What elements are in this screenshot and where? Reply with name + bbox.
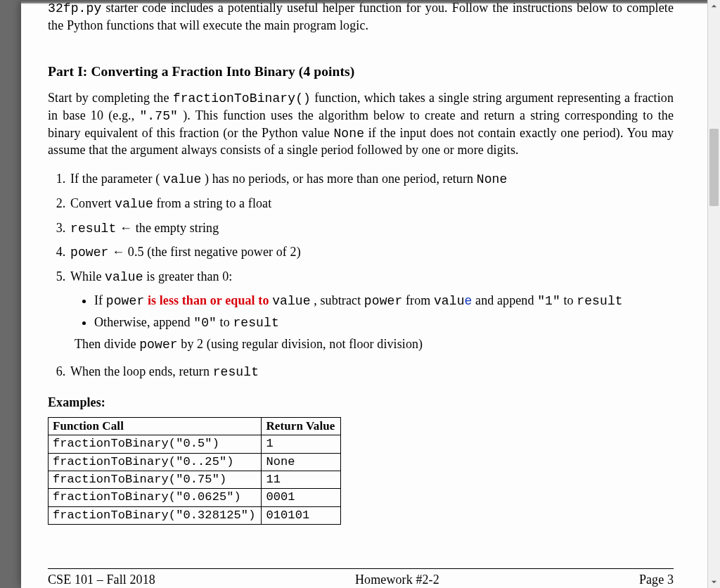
step-2: Convert value from a string to a float (69, 192, 674, 217)
step-1: If the parameter ( value ) has no period… (69, 167, 674, 192)
step-5b: Otherwise, append "0" to result (94, 312, 674, 334)
scroll-up-button[interactable] (708, 0, 720, 12)
page-footer: CSE 101 – Fall 2018 Homework #2-2 Page 3 (48, 572, 674, 588)
col-function-call: Function Call (49, 417, 262, 435)
examples-header-row: Function Call Return Value (49, 417, 341, 435)
examples-heading: Examples: (48, 395, 674, 411)
part1-description: Start by completing the fractionToBinary… (48, 90, 674, 159)
step-5-sublist: If power is less than or equal to value … (70, 290, 674, 334)
scroll-down-button[interactable] (708, 576, 720, 588)
intro-text: starter code includes a potentially usef… (48, 1, 674, 32)
intro-filename: 32fp.py (48, 1, 101, 15)
step-5-then: Then divide power by 2 (using regular di… (75, 336, 674, 354)
vertical-scrollbar[interactable] (707, 0, 720, 588)
chevron-up-icon (711, 3, 717, 9)
scrollbar-track[interactable] (708, 12, 720, 576)
footer-homework: Homework #2-2 (355, 572, 439, 588)
step-4: power ← 0.5 (the first negative power of… (69, 241, 674, 265)
step-5: While value is greater than 0: If power … (69, 265, 674, 360)
table-row: fractionToBinary("0.5") 1 (49, 435, 341, 453)
chevron-down-icon (711, 579, 717, 585)
step-6: When the loop ends, return result (69, 360, 674, 385)
footer-divider (48, 568, 674, 569)
step-5a: If power is less than or equal to value … (94, 290, 674, 312)
step-3: result ← the empty string (69, 217, 674, 241)
table-row: fractionToBinary("0.328125") 010101 (49, 506, 341, 524)
intro-paragraph: 32fp.py starter code includes a potentia… (48, 0, 674, 34)
col-return-value: Return Value (262, 417, 341, 435)
footer-page: Page 3 (639, 572, 674, 588)
table-row: fractionToBinary("0.75") 11 (49, 471, 341, 489)
scrollbar-thumb[interactable] (709, 129, 719, 206)
part-heading: Part I: Converting a Fraction Into Binar… (48, 63, 674, 81)
table-row: fractionToBinary("0..25") None (49, 453, 341, 471)
footer-course: CSE 101 – Fall 2018 (48, 572, 155, 588)
examples-table: Function Call Return Value fractionToBin… (48, 417, 341, 525)
algorithm-steps: If the parameter ( value ) has no period… (48, 167, 674, 385)
table-row: fractionToBinary("0.0625") 0001 (49, 489, 341, 506)
